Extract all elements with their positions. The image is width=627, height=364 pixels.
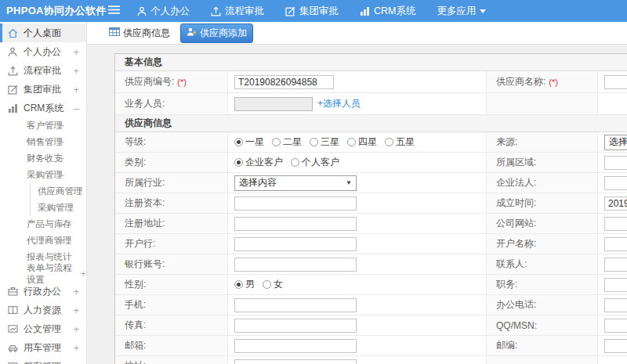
expand-plus-icon[interactable]: +	[73, 84, 79, 96]
radio-checked-icon[interactable]	[234, 158, 243, 167]
supplier-code-input[interactable]	[234, 75, 334, 89]
edit-icon	[285, 6, 295, 16]
registered-capital-input[interactable]	[234, 196, 357, 211]
expand-plus-icon[interactable]: +	[73, 361, 79, 364]
sidebar-item-personal-office[interactable]: 个人办公+	[0, 42, 86, 61]
account-name-input[interactable]	[604, 237, 627, 251]
select-person-link[interactable]: +选择人员	[317, 97, 361, 110]
email-input[interactable]	[234, 339, 357, 353]
category-radios-option[interactable]: 企业客户	[234, 156, 283, 169]
sidebar-item-product-inventory[interactable]: 产品与库存+	[0, 216, 86, 232]
legal-person-input[interactable]	[604, 176, 627, 190]
bank-branch-input[interactable]	[234, 237, 357, 251]
sidebar-item-admin-office[interactable]: 行政办公+	[0, 282, 86, 301]
expand-plus-icon[interactable]: +	[58, 136, 64, 148]
sidebar-item-customer-mgmt[interactable]: 客户管理+	[0, 117, 86, 134]
radio-unchecked-icon[interactable]	[347, 138, 356, 146]
contact-input[interactable]	[604, 258, 627, 272]
radio-unchecked-icon[interactable]	[385, 138, 393, 146]
expand-plus-icon[interactable]: +	[58, 153, 64, 164]
field-label: 来源:	[487, 132, 598, 152]
topnav-more-apps[interactable]: 更多应用	[437, 5, 486, 18]
level-radios-option[interactable]: 二星	[272, 135, 302, 149]
bank-account-input[interactable]	[234, 258, 357, 272]
topnav-group-approval[interactable]: 集团审批	[285, 5, 339, 18]
position-input[interactable]	[604, 278, 627, 292]
sidebar-item-purchase-mgmt[interactable]: 采购管理–	[0, 167, 86, 183]
address-input[interactable]	[234, 359, 357, 364]
expand-plus-icon[interactable]: +	[73, 323, 79, 335]
field-cell	[228, 356, 487, 364]
expand-plus-icon[interactable]: +	[58, 218, 64, 230]
level-radios-option[interactable]: 一星	[234, 135, 264, 149]
region-input[interactable]	[604, 156, 627, 170]
sidebar-item-finance-io[interactable]: 财务收支+	[0, 150, 86, 167]
sidebar-item-crm-system[interactable]: CRM系统–	[0, 99, 86, 117]
industry-select[interactable]: 选择内容▼	[234, 175, 357, 191]
topnav-label: 个人办公	[150, 5, 190, 18]
sidebar-item-agent-mgmt[interactable]: 代理商管理+	[0, 232, 86, 249]
registered-address-input[interactable]	[234, 217, 357, 231]
radio-checked-icon[interactable]	[234, 138, 243, 146]
radio-unchecked-icon[interactable]	[263, 280, 271, 289]
field-cell	[228, 295, 487, 315]
expand-plus-icon[interactable]: +	[73, 286, 79, 297]
expand-plus-icon[interactable]: +	[80, 268, 86, 279]
tab-supplier-info[interactable]: 供应商信息	[103, 24, 176, 42]
sidebar-item-sales-mgmt[interactable]: 销售管理+	[0, 134, 86, 150]
sidebar-item-supplier-mgmt[interactable]: 供应商管理	[30, 183, 86, 200]
field-cell: +选择人员	[228, 93, 487, 114]
source-select[interactable]: 选择内容	[604, 135, 627, 150]
radio-unchecked-icon[interactable]	[272, 138, 281, 146]
sidebar-item-vehicle-mgmt[interactable]: 用车管理+	[0, 338, 86, 357]
menu-toggle-icon[interactable]	[108, 5, 120, 16]
qq-msn-input[interactable]	[604, 319, 627, 333]
field-label-text: 手机:	[125, 298, 146, 312]
radio-checked-icon[interactable]	[234, 280, 243, 289]
expand-plus-icon[interactable]: +	[73, 342, 79, 354]
sidebar-item-group-approval[interactable]: 集团审批+	[0, 80, 86, 99]
office-phone-input[interactable]	[604, 298, 627, 312]
tab-label: 供应商添加	[200, 27, 247, 40]
topnav-personal-office[interactable]: 个人办公	[137, 5, 190, 18]
radio-label: 女	[274, 278, 283, 291]
field-cell	[598, 173, 627, 193]
collapse-minus-icon[interactable]: –	[59, 169, 64, 181]
expand-plus-icon[interactable]: +	[73, 65, 79, 77]
sidebar-item-archive-mgmt[interactable]: 档案管理+	[0, 357, 86, 364]
mobile-input[interactable]	[234, 298, 357, 312]
content-area: 供应商信息供应商添加 基本信息供应商编号:(*)供应商名称:(*)业务人员:+选…	[87, 22, 627, 364]
website-input[interactable]	[604, 217, 627, 231]
topnav-workflow-approval[interactable]: 流程审批	[211, 5, 264, 18]
topnav-crm-system[interactable]: CRM系统	[360, 5, 415, 18]
expand-plus-icon[interactable]: +	[73, 46, 79, 58]
expand-plus-icon[interactable]: +	[58, 235, 64, 247]
gender-radios-option[interactable]: 女	[263, 278, 283, 291]
select-value: 选择内容	[609, 135, 627, 149]
sidebar-item-personal-desktop[interactable]: 个人桌面	[0, 23, 86, 42]
level-radios-option[interactable]: 五星	[385, 135, 415, 149]
collapse-minus-icon[interactable]: –	[74, 103, 79, 114]
sidebar-item-form-flow-settings[interactable]: 表单与流程设置+	[0, 265, 86, 282]
staff-picker-input[interactable]	[234, 97, 313, 111]
fax-input[interactable]	[234, 319, 357, 333]
founded-date-input[interactable]	[604, 196, 627, 211]
gender-radios-option[interactable]: 男	[234, 278, 255, 291]
tab-supplier-add[interactable]: 供应商添加	[180, 23, 253, 43]
level-radios-option[interactable]: 四星	[347, 135, 377, 149]
sidebar-item-document-mgmt[interactable]: 公文管理+	[0, 319, 86, 338]
sidebar-item-purchasing-mgmt[interactable]: 采购管理	[30, 200, 86, 216]
supplier-name-input[interactable]	[604, 75, 627, 89]
sidebar-item-human-resources[interactable]: 人力资源+	[0, 301, 86, 319]
expand-plus-icon[interactable]: +	[58, 120, 64, 132]
tab-label: 供应商信息	[123, 27, 170, 40]
radio-unchecked-icon[interactable]	[310, 138, 318, 146]
postcode-input[interactable]	[604, 339, 627, 353]
category-radios-option[interactable]: 个人客户	[291, 156, 339, 169]
expand-plus-icon[interactable]: +	[73, 305, 79, 316]
level-radios-option[interactable]: 三星	[310, 135, 339, 149]
field-cell	[598, 93, 627, 114]
field-label-text: 类别:	[125, 156, 146, 169]
sidebar-item-workflow-approval[interactable]: 流程审批+	[0, 61, 86, 80]
radio-unchecked-icon[interactable]	[291, 158, 299, 167]
